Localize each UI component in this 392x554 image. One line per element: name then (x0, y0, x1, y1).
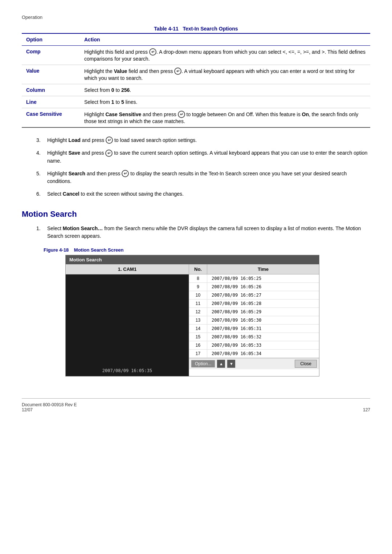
table-row: 82007/08/09 16:05:25 (189, 274, 319, 283)
ms-video-area: 2007/08/09 16:05:35 (66, 274, 189, 376)
footer-page-number: 127 (363, 407, 370, 412)
table-row: 92007/08/09 16:05:26 (189, 283, 319, 291)
ms-col-time-header: Time (207, 264, 319, 274)
scroll-down-button[interactable]: ▼ (227, 360, 235, 368)
action-case-sensitive: Highlight Case Sensitive and then press … (80, 108, 370, 128)
action-comp: Highlight this field and press . A drop-… (80, 46, 370, 65)
row-no: 8 (189, 274, 207, 282)
row-no: 15 (189, 333, 207, 341)
enter-icon (105, 150, 113, 157)
ms-timestamp: 2007/08/09 16:05:35 (102, 368, 152, 373)
table-row: 142007/08/09 16:05:31 (189, 325, 319, 333)
table-row: 132007/08/09 16:05:30 (189, 316, 319, 325)
row-no: 17 (189, 350, 207, 358)
list-item: 4. Highlight Save and press to save the … (36, 149, 370, 164)
row-no: 12 (189, 308, 207, 316)
option-value: Value (22, 65, 80, 84)
table-row: 162007/08/09 16:05:33 (189, 341, 319, 350)
close-button[interactable]: Close (295, 360, 317, 368)
option-column: Column (22, 84, 80, 96)
list-item: 1. Select Motion Search… from the Search… (36, 225, 370, 240)
enter-icon (149, 48, 156, 56)
ms-right-panel: No. Time 82007/08/09 16:05:2592007/08/09… (189, 264, 319, 376)
row-no: 11 (189, 300, 207, 307)
footer-left: Document 800-00918 Rev E 12/07 (22, 402, 77, 412)
motion-steps-list: 1. Select Motion Search… from the Search… (22, 225, 370, 240)
row-time: 2007/08/09 16:05:29 (207, 308, 319, 316)
row-no: 9 (189, 283, 207, 291)
table-row: 172007/08/09 16:05:34 (189, 350, 319, 358)
table-row: 152007/08/09 16:05:32 (189, 333, 319, 341)
list-item: 3. Highlight Load and press to load save… (36, 137, 370, 144)
col-action-header: Action (80, 33, 370, 46)
row-time: 2007/08/09 16:05:34 (207, 350, 319, 358)
table-row: Line Select from 1 to 5 lines. (22, 96, 370, 108)
row-time: 2007/08/09 16:05:27 (207, 291, 319, 299)
action-column: Select from 0 to 256. (80, 84, 370, 96)
option-comp: Comp (22, 46, 80, 65)
row-time: 2007/08/09 16:05:33 (207, 341, 319, 349)
ms-col-no-header: No. (189, 264, 207, 274)
table-row: Case Sensitive Highlight Case Sensitive … (22, 108, 370, 128)
ms-titlebar: Motion Search (66, 255, 319, 264)
ms-footer: Option... ▲ ▼ Close (189, 358, 319, 369)
list-item: 6. Select Cancel to exit the screen with… (36, 190, 370, 198)
table-row: 112007/08/09 16:05:28 (189, 300, 319, 308)
page-footer: Document 800-00918 Rev E 12/07 127 (22, 398, 370, 412)
action-value: Highlight the Value field and then press… (80, 65, 370, 84)
option-case-sensitive: Case Sensitive (22, 108, 80, 128)
row-time: 2007/08/09 16:05:31 (207, 325, 319, 333)
list-item: 5. Highlight Search and then press to di… (36, 170, 370, 185)
table-row: Column Select from 0 to 256. (22, 84, 370, 96)
ms-rows-container: 82007/08/09 16:05:2592007/08/09 16:05:26… (189, 274, 319, 358)
row-no: 13 (189, 316, 207, 324)
motion-search-screen: Motion Search 1. CAM1 2007/08/09 16:05:3… (65, 255, 319, 376)
action-line: Select from 1 to 5 lines. (80, 96, 370, 108)
row-time: 2007/08/09 16:05:30 (207, 316, 319, 324)
table-row: Value Highlight the Value field and then… (22, 65, 370, 84)
row-no: 10 (189, 291, 207, 299)
row-no: 14 (189, 325, 207, 333)
enter-icon (174, 68, 181, 75)
table-title: Table 4-11 Text-In Search Options (22, 26, 370, 32)
table-row: 122007/08/09 16:05:29 (189, 308, 319, 316)
row-time: 2007/08/09 16:05:26 (207, 283, 319, 291)
text-in-search-table: Option Action Comp Highlight this field … (22, 33, 370, 128)
steps-list: 3. Highlight Load and press to load save… (22, 137, 370, 198)
scroll-up-button[interactable]: ▲ (217, 360, 225, 368)
breadcrumb: Operation (22, 15, 370, 20)
figure-label-container: Figure 4-18 Motion Search Screen Motion … (44, 247, 370, 376)
table-row: Comp Highlight this field and press . A … (22, 46, 370, 65)
table-row: 102007/08/09 16:05:27 (189, 291, 319, 300)
row-time: 2007/08/09 16:05:28 (207, 300, 319, 307)
ms-body: 1. CAM1 2007/08/09 16:05:35 No. Time 820… (66, 264, 319, 376)
enter-icon (122, 170, 129, 177)
row-time: 2007/08/09 16:05:32 (207, 333, 319, 341)
figure-label: Figure 4-18 Motion Search Screen (44, 247, 370, 253)
enter-icon (178, 111, 185, 118)
motion-search-section: Motion Search 1. Select Motion Search… f… (22, 209, 370, 376)
row-no: 16 (189, 341, 207, 349)
section-title: Motion Search (22, 209, 370, 219)
option-line: Line (22, 96, 80, 108)
ms-cam-header: 1. CAM1 (66, 264, 189, 274)
ms-left-panel: 1. CAM1 2007/08/09 16:05:35 (66, 264, 189, 376)
enter-icon (106, 137, 113, 144)
ms-table-header: No. Time (189, 264, 319, 274)
col-option-header: Option (22, 33, 80, 46)
row-time: 2007/08/09 16:05:25 (207, 274, 319, 282)
option-button[interactable]: Option... (191, 360, 215, 367)
